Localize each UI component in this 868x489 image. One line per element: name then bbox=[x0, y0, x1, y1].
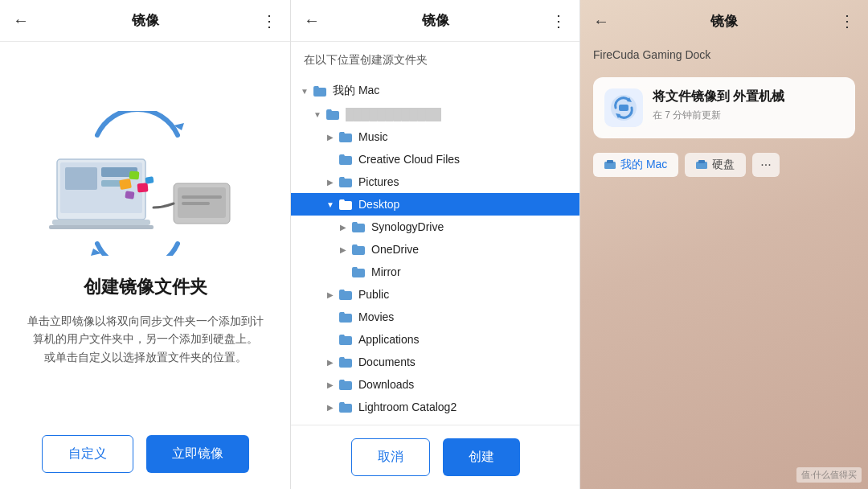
chevron-icon: ▶ bbox=[336, 223, 350, 232]
tree-item-label: OneDrive bbox=[371, 243, 419, 256]
panel3-more-button[interactable]: ⋮ bbox=[829, 11, 855, 31]
folder-icon bbox=[338, 175, 354, 188]
folder-icon bbox=[338, 153, 354, 166]
mirror-card-subtitle: 在 7 分钟前更新 bbox=[653, 109, 844, 122]
panel1-back-button[interactable]: ← bbox=[13, 11, 39, 30]
tree-item-label: Lightroom Catalog2 bbox=[358, 401, 457, 413]
tree-item-label: Desktop bbox=[358, 198, 399, 211]
tree-item-onedrive[interactable]: ▶ OneDrive bbox=[291, 238, 579, 261]
chevron-icon: ▶ bbox=[323, 290, 338, 299]
create-button[interactable]: 创建 bbox=[443, 438, 520, 476]
chevron-icon: ▼ bbox=[323, 200, 338, 209]
panel-create-mirror: ← 镜像 ⋮ bbox=[0, 0, 291, 489]
panel1-more-button[interactable]: ⋮ bbox=[252, 11, 277, 31]
tree-item-pictures[interactable]: ▶ Pictures bbox=[291, 171, 579, 193]
tree-item-mac-user[interactable]: ▼ ████████████ bbox=[291, 103, 579, 125]
tree-item-my-mac[interactable]: ▼ 我的 Mac bbox=[291, 79, 579, 103]
tree-item-label: Downloads bbox=[358, 378, 414, 391]
tree-item-label: Music bbox=[358, 130, 388, 143]
tab-disk[interactable]: 硬盘 bbox=[685, 153, 746, 177]
svg-rect-14 bbox=[129, 171, 139, 179]
folder-icon bbox=[350, 220, 366, 233]
tree-item-desktop[interactable]: ▼ Desktop bbox=[291, 193, 579, 216]
tree-item-cc-files[interactable]: Creative Cloud Files bbox=[291, 148, 579, 171]
folder-icon bbox=[338, 130, 354, 143]
panel1-heading: 创建镜像文件夹 bbox=[84, 275, 207, 299]
folder-icon bbox=[338, 333, 354, 346]
customize-button[interactable]: 自定义 bbox=[42, 435, 133, 473]
folder-icon bbox=[325, 108, 341, 121]
panel1-footer: 自定义 立即镜像 bbox=[0, 419, 290, 489]
svg-rect-22 bbox=[619, 105, 628, 111]
svg-rect-13 bbox=[119, 179, 132, 190]
panel1-description: 单击立即镜像以将双向同步文件夹一个添加到计算机的用户文件夹中，另一个添加到硬盘上… bbox=[24, 312, 266, 366]
tab-mac[interactable]: 我的 Mac bbox=[593, 153, 678, 177]
panel2-footer: 取消 创建 bbox=[291, 425, 579, 489]
panel2-topbar: ← 镜像 ⋮ bbox=[291, 0, 579, 42]
tree-item-label: Applications bbox=[358, 333, 420, 346]
svg-rect-16 bbox=[125, 191, 134, 199]
svg-rect-5 bbox=[52, 220, 150, 225]
tree-item-public[interactable]: ▶ Public bbox=[291, 283, 579, 306]
tree-item-label: Pictures bbox=[358, 175, 399, 188]
folder-icon bbox=[338, 355, 354, 368]
tree-item-mirror[interactable]: Mirror bbox=[291, 261, 579, 283]
chevron-icon: ▶ bbox=[323, 178, 338, 187]
svg-rect-2 bbox=[65, 167, 97, 190]
svg-rect-17 bbox=[145, 176, 154, 183]
chevron-icon: ▶ bbox=[336, 245, 350, 254]
panel-mirror-status: ← 镜像 ⋮ FireCuda Gaming Dock 将文件镜像到 外置机械 … bbox=[580, 0, 868, 489]
tree-item-label: Mirror bbox=[371, 265, 401, 278]
panel3-topbar: ← 镜像 ⋮ bbox=[580, 0, 868, 42]
folder-icon bbox=[338, 401, 354, 413]
panel2-more-button[interactable]: ⋮ bbox=[541, 11, 567, 31]
folder-icon bbox=[338, 288, 354, 301]
tree-item-documents[interactable]: ▶ Documents bbox=[291, 351, 579, 373]
tree-item-label: SynologyDrive bbox=[371, 220, 444, 233]
panel2-title: 镜像 bbox=[330, 11, 541, 30]
panel1-title: 镜像 bbox=[39, 11, 252, 30]
chevron-icon: ▶ bbox=[323, 358, 338, 367]
tree-item-label: ████████████ bbox=[346, 108, 441, 121]
mirror-card: 将文件镜像到 外置机械 在 7 分钟前更新 bbox=[593, 77, 855, 138]
mirror-card-icon bbox=[604, 88, 643, 127]
tab-more-button[interactable]: ··· bbox=[752, 153, 779, 177]
folder-icon bbox=[350, 265, 366, 278]
file-tree: ▼ 我的 Mac▼ ████████████▶ Music Creative C… bbox=[291, 76, 579, 425]
tree-item-lightroom[interactable]: ▶ Lightroom Catalog2 bbox=[291, 396, 579, 418]
tree-item-label: Creative Cloud Files bbox=[358, 153, 460, 166]
folder-icon bbox=[338, 310, 354, 323]
panel2-back-button[interactable]: ← bbox=[304, 11, 330, 30]
mirror-card-info: 将文件镜像到 外置机械 在 7 分钟前更新 bbox=[653, 88, 844, 122]
mirror-tabs: 我的 Mac 硬盘 ··· bbox=[580, 145, 868, 185]
svg-rect-10 bbox=[182, 202, 210, 205]
cancel-button[interactable]: 取消 bbox=[351, 438, 430, 476]
mirror-illustration bbox=[49, 111, 242, 256]
folder-icon bbox=[312, 84, 328, 97]
watermark: 值·什么值得买 bbox=[796, 467, 862, 483]
tree-item-mirror2[interactable]: Mirror bbox=[291, 418, 579, 425]
panel2-subtitle: 在以下位置创建源文件夹 bbox=[291, 42, 579, 76]
svg-rect-26 bbox=[698, 160, 705, 163]
panel1-topbar: ← 镜像 ⋮ bbox=[0, 0, 290, 42]
panel1-content: 创建镜像文件夹 单击立即镜像以将双向同步文件夹一个添加到计算机的用户文件夹中，另… bbox=[0, 42, 290, 419]
tree-item-downloads[interactable]: ▶ Downloads bbox=[291, 373, 579, 396]
chevron-icon: ▶ bbox=[323, 133, 338, 142]
svg-rect-9 bbox=[182, 195, 222, 199]
panel-file-picker: ← 镜像 ⋮ 在以下位置创建源文件夹 ▼ 我的 Mac▼ ███████████… bbox=[291, 0, 580, 489]
svg-rect-24 bbox=[607, 160, 613, 163]
tree-item-label: 我的 Mac bbox=[333, 84, 379, 98]
mirror-now-button[interactable]: 立即镜像 bbox=[146, 435, 249, 473]
chevron-icon: ▼ bbox=[310, 110, 325, 119]
panel3-back-button[interactable]: ← bbox=[593, 12, 619, 31]
chevron-icon: ▶ bbox=[323, 403, 338, 412]
tree-item-label: Public bbox=[358, 288, 389, 301]
tree-item-synology-drive[interactable]: ▶ SynologyDrive bbox=[291, 216, 579, 238]
svg-rect-6 bbox=[49, 225, 154, 229]
tree-item-applications[interactable]: Applications bbox=[291, 328, 579, 351]
tree-item-movies[interactable]: Movies bbox=[291, 306, 579, 328]
panel3-title: 镜像 bbox=[619, 12, 829, 31]
folder-icon bbox=[338, 198, 354, 211]
folder-icon bbox=[338, 378, 354, 391]
tree-item-music[interactable]: ▶ Music bbox=[291, 125, 579, 148]
